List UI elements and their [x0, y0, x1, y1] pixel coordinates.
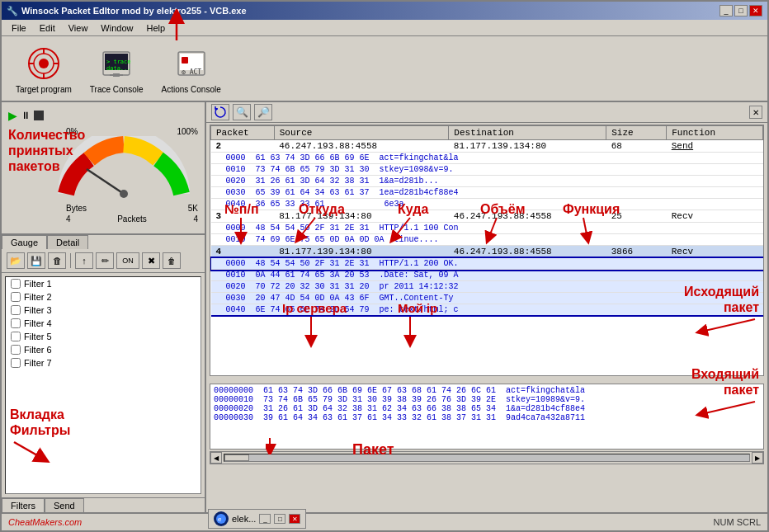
send-tab[interactable]: Send: [45, 498, 84, 512]
pause-button[interactable]: ⏸: [21, 110, 31, 121]
target-program-icon: [24, 44, 64, 83]
table-row: 0040 36 65 33 33 61 6e3a: [211, 199, 763, 210]
table-row[interactable]: 4 81.177.139.134:80 46.247.193.88:4558 3…: [211, 246, 763, 258]
filter-delete-btn[interactable]: 🗑: [48, 252, 66, 269]
filter-open-btn[interactable]: 📂: [7, 252, 25, 269]
filter-5-checkbox[interactable]: [11, 332, 21, 341]
packet-2-hex-0020: 0020 31 26 61 3D 64 32 38 31 1&a=d281b..…: [211, 176, 763, 187]
packet-table-scroll[interactable]: Packet Source Destination Size Function …: [210, 125, 764, 376]
filter-6-checkbox[interactable]: [11, 345, 21, 355]
col-source: Source: [274, 126, 449, 140]
window-title: Winsock Packet EdItor mod by elektro255 …: [21, 6, 247, 16]
menu-edit[interactable]: Edit: [33, 21, 62, 35]
target-program-button[interactable]: Target program: [8, 40, 79, 98]
filter-item-4[interactable]: Filter 4: [6, 317, 201, 330]
trace-console-label: Trace Console: [90, 85, 144, 94]
filter-save-btn[interactable]: 💾: [27, 252, 45, 269]
packet-2-size: 68: [606, 140, 667, 153]
filter-item-6[interactable]: Filter 6: [6, 343, 201, 356]
gauge-bytes-label: Bytes: [66, 204, 87, 213]
filter-item-5[interactable]: Filter 5: [6, 330, 201, 343]
filter-5-label: Filter 5: [24, 332, 52, 341]
table-row[interactable]: 2 46.247.193.88:4558 81.177.139.134:80 6…: [211, 140, 763, 153]
close-button[interactable]: ✕: [749, 5, 762, 16]
filter-3-checkbox[interactable]: [11, 305, 21, 315]
trace-console-icon: > trace data...: [97, 44, 136, 83]
menu-view[interactable]: View: [62, 21, 95, 35]
svg-point-2: [39, 59, 49, 68]
filter-4-checkbox[interactable]: [11, 318, 21, 328]
col-function: Function: [667, 126, 763, 140]
filter-1-checkbox[interactable]: [11, 279, 21, 289]
bottom-tab-bar: Filters Send: [2, 497, 205, 512]
gauge-tab[interactable]: Gauge: [2, 235, 47, 250]
scroll-track[interactable]: [224, 454, 750, 462]
svg-line-18: [87, 169, 124, 194]
horizontal-scrollbar[interactable]: ◀ ▶: [210, 451, 764, 464]
packet-4-hex-0040: 0040 6E 74 65 6E 74 2D 54 79 pe: text/ht…: [211, 304, 763, 317]
refresh-btn[interactable]: [211, 104, 229, 120]
filter-item-3[interactable]: Filter 3: [6, 304, 201, 317]
play-button[interactable]: ▶: [8, 109, 17, 122]
minimize-button[interactable]: _: [719, 5, 733, 16]
packet-4-func: Recv: [667, 246, 763, 258]
filter-7-checkbox[interactable]: [11, 358, 21, 368]
packet-4-hex-0010: 0010 0A 44 61 74 65 3A 20 53 .Date: Sat,…: [211, 270, 763, 281]
packet-2-hex-0010: 0010 73 74 6B 65 79 3D 31 30 stkey=1098&…: [211, 164, 763, 176]
actions-console-button[interactable]: ⚙ ACT Actions Console: [153, 40, 228, 98]
filter-separator: [70, 253, 71, 268]
gauge-packets-label: Packets: [117, 214, 147, 224]
menu-bar: File Edit View Window Help: [2, 20, 767, 36]
main-toolbar: Target program > trace data... Trace Con…: [2, 36, 767, 102]
search-btn[interactable]: 🔍: [233, 104, 251, 120]
filters-tab[interactable]: Filters: [2, 498, 45, 512]
filter-2-checkbox[interactable]: [11, 292, 21, 302]
filter-2-label: Filter 2: [24, 292, 52, 302]
menu-file[interactable]: File: [5, 21, 33, 35]
filter-item-1[interactable]: Filter 1: [6, 277, 201, 290]
right-panel-header: 🔍 🔎 ✕: [206, 102, 767, 123]
hex-view: 00000000 61 63 74 3D 66 6B 69 6E 67 63 6…: [210, 384, 764, 450]
stop-button[interactable]: [34, 111, 44, 120]
hex-row-1: 00000010 73 74 6B 65 79 3D 31 30 39 38 3…: [214, 395, 760, 404]
filter-edit-btn[interactable]: ✏: [96, 252, 114, 269]
filter-item-2[interactable]: Filter 2: [6, 290, 201, 304]
filter-trash-btn[interactable]: 🗑: [163, 252, 181, 269]
taskbar-min-btn[interactable]: _: [259, 514, 271, 524]
filter-up-btn[interactable]: ↑: [75, 252, 93, 269]
search2-btn[interactable]: 🔎: [254, 104, 272, 120]
table-row: 0000 61 63 74 3D 66 6B 69 6E act=fkingch…: [211, 153, 763, 164]
gauge-value-right: 5K: [188, 204, 198, 213]
svg-text:⚙ ACT: ⚙ ACT: [182, 68, 201, 76]
table-row[interactable]: 3 81.177.139.134:80 46.247.193.88:4558 2…: [211, 210, 763, 223]
filter-x-btn[interactable]: ✖: [142, 252, 160, 269]
packet-3-dest: 46.247.193.88:4558: [449, 210, 606, 223]
taskbar-label: elek...: [232, 514, 256, 524]
svg-point-19: [120, 190, 128, 198]
packet-4-hex-0000: 0000 48 54 54 50 2F 31 2E 31 HTTP/1.1 20…: [211, 258, 763, 270]
col-destination: Destination: [449, 126, 606, 140]
detail-tab[interactable]: Detail: [47, 235, 88, 249]
right-panel-close[interactable]: ✕: [749, 106, 762, 119]
scroll-left-btn[interactable]: ◀: [210, 452, 222, 464]
maximize-button[interactable]: □: [734, 5, 748, 16]
filter-item-7[interactable]: Filter 7: [6, 356, 201, 370]
menu-window[interactable]: Window: [94, 21, 139, 35]
table-row: 0000 48 54 54 50 2F 31 2E 31 HTTP/1.1 20…: [211, 258, 763, 270]
trace-console-button[interactable]: > trace data... Trace Console: [83, 40, 151, 98]
scroll-right-btn[interactable]: ▶: [752, 452, 763, 464]
packet-3-source: 81.177.139.134:80: [274, 210, 449, 223]
col-size: Size: [606, 126, 667, 140]
svg-rect-12: [113, 73, 120, 77]
actions-console-label: Actions Console: [161, 85, 220, 94]
filter-7-label: Filter 7: [24, 358, 52, 368]
packet-3-num: 3: [211, 210, 275, 223]
menu-help[interactable]: Help: [139, 21, 172, 35]
taskbar-close-btn[interactable]: ✕: [289, 514, 300, 524]
taskbar-max-btn[interactable]: □: [274, 514, 285, 524]
filter-on-btn[interactable]: ON: [116, 252, 139, 269]
packet-4-dest: 46.247.193.88:4558: [449, 246, 606, 258]
packet-4-source: 81.177.139.134:80: [274, 246, 449, 258]
table-row: 0000 48 54 54 50 2F 31 2E 31 HTTP/1.1 10…: [211, 223, 763, 234]
scroll-thumb[interactable]: [224, 454, 249, 461]
